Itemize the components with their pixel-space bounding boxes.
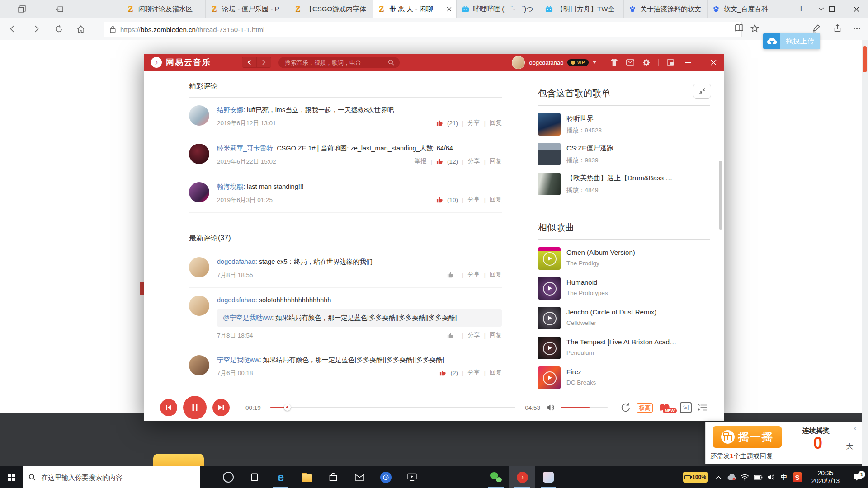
reply-link[interactable]: 回复 [490,331,502,339]
song-title[interactable]: Firez [566,368,596,375]
commenter-avatar[interactable] [189,355,209,375]
playlist-item[interactable]: 【欧美热曲】遇上【Drum&Bass …播放：4849 [538,173,710,195]
store-icon[interactable] [320,466,346,488]
commenter-avatar[interactable] [189,105,209,126]
collapse-sidebar-icon[interactable] [693,84,711,99]
tab-preview-icon[interactable] [18,5,26,13]
tab-csgo-font[interactable]: Z【CSGO游戏内字体 [289,0,373,18]
taskbar-search-input[interactable] [40,473,194,482]
reply-link[interactable]: 回复 [490,369,502,377]
previous-track-button[interactable] [160,399,177,416]
similar-song-item[interactable]: Jericho (Circle of Dust Remix)Celldwelle… [538,307,710,329]
song-title[interactable]: Jericho (Circle of Dust Remix) [566,308,656,316]
song-cover-play-icon[interactable] [538,337,561,359]
tab-forum-home[interactable]: Z论坛 - 僵尸乐园 - P [206,0,289,18]
cloud-sync-error-icon[interactable] [725,474,738,481]
file-explorer-icon[interactable] [294,466,320,488]
reply-link[interactable]: 回复 [490,271,502,279]
commenter-name[interactable]: 睦米莉華_哥卡雷特 [217,145,273,152]
reply-link[interactable]: 回复 [490,196,502,204]
settings-gear-icon[interactable] [642,59,650,66]
sound-quality-badge[interactable]: 极高 [637,403,653,413]
page-scrollbar-thumb[interactable] [863,46,867,72]
netease-music-taskbar-icon[interactable]: ♪ [509,466,535,488]
battery-tray-icon[interactable] [751,475,764,480]
like-icon[interactable] [447,272,454,278]
url-input[interactable]: https://bbs.zombieden.cn/thread-73160-1-… [104,22,742,37]
search-icon[interactable] [388,59,394,66]
song-cover-play-icon[interactable] [538,277,561,300]
sogou-input-icon[interactable]: S [791,472,804,482]
like-count[interactable]: (2) [450,370,458,376]
nav-forward-icon[interactable] [256,57,271,67]
home-icon[interactable] [73,22,88,36]
hidden-icons-chevron[interactable] [712,475,725,479]
playlist-title[interactable]: 聆听世界 [566,114,602,123]
volume-bar[interactable] [561,407,608,408]
commenter-avatar[interactable] [189,182,209,202]
commenter-avatar[interactable] [189,144,209,164]
promo-close-button[interactable]: x [854,425,857,432]
music-search-input[interactable] [284,59,388,66]
playlist-queue-icon[interactable] [698,404,708,412]
song-title[interactable]: Omen (Album Version) [566,249,635,256]
like-icon[interactable] [436,120,443,127]
speaker-icon[interactable] [764,474,778,480]
tab-bilibili[interactable]: 哔哩哔哩 ( ゜- ゜)つ [457,0,540,18]
playlist-title[interactable]: CS:ZE僵尸逃跑 [566,144,613,153]
skin-theme-icon[interactable] [610,59,618,66]
commenter-name[interactable]: 宁空是我哒ww [217,356,259,363]
like-count[interactable]: (21) [447,120,458,127]
tab-forum-water[interactable]: Z闲聊讨论及灌水区 [122,0,206,18]
loop-mode-icon[interactable] [621,403,631,412]
drag-upload-extension-badge[interactable]: 拖拽上传 [763,33,820,49]
song-title[interactable]: Humanoid [566,278,608,286]
song-title[interactable]: The Tempest [Live At Brixton Acad… [566,338,676,346]
playlist-item[interactable]: 聆听世界播放：94523 [538,113,710,136]
action-center-icon[interactable]: 1 [847,473,868,481]
song-cover-play-icon[interactable] [538,307,561,329]
share-link[interactable]: 分享 [467,196,480,204]
whale-sound-effect-icon[interactable]: NEW [659,402,674,413]
back-icon[interactable] [5,22,20,36]
like-count[interactable]: (10) [447,197,458,203]
photos-app-icon[interactable] [535,466,561,488]
ink-note-icon[interactable] [812,24,821,33]
reply-link[interactable]: 回复 [490,119,502,127]
tab-active-thread[interactable]: Z带 恶 人 - 闲聊 [373,0,457,18]
commenter-name[interactable]: dogedafahao [217,258,255,265]
user-name[interactable]: dogedafahao [529,59,563,66]
mini-mode-icon[interactable] [667,59,674,66]
commenter-name[interactable]: dogedafahao [217,296,255,304]
taskbar-search-box[interactable] [23,466,200,488]
music-close-icon[interactable] [711,60,717,66]
tab-baidu-paint[interactable]: 关于油漆涂料的软文 [624,0,708,18]
reply-link[interactable]: 回复 [490,157,502,165]
vip-badge[interactable]: VIP [567,59,589,66]
playlist-cover[interactable] [538,113,561,136]
similar-song-item[interactable]: Omen (Album Version)The Prodigy [538,247,710,270]
like-icon[interactable] [436,197,443,203]
playlist-cover[interactable] [538,173,561,195]
set-aside-tabs-icon[interactable] [56,5,63,13]
movies-app-icon[interactable] [399,466,425,488]
user-avatar[interactable] [512,56,525,69]
music-search-box[interactable] [278,57,400,68]
window-close-button[interactable] [846,0,867,18]
cortana-icon[interactable] [215,466,241,488]
share-link[interactable]: 分享 [467,271,480,279]
shake-button[interactable]: 摇一摇 [713,426,782,448]
tab-baidu-baike[interactable]: 软文_百度百科 [708,0,791,18]
similar-song-item[interactable]: FirezDC Breaks [538,366,710,389]
more-options-icon[interactable] [854,28,860,29]
lyrics-button[interactable]: 词 [680,402,692,413]
start-button[interactable] [0,466,23,488]
commenter-avatar[interactable] [189,257,209,277]
commenter-name[interactable]: 翰海堄鸝 [217,183,243,190]
ime-indicator[interactable]: 中 [778,473,791,482]
progress-bar[interactable] [270,407,515,408]
reading-view-icon[interactable] [735,24,744,32]
playlist-cover[interactable] [538,143,561,165]
refresh-icon[interactable] [52,22,66,36]
like-icon[interactable] [436,158,443,165]
